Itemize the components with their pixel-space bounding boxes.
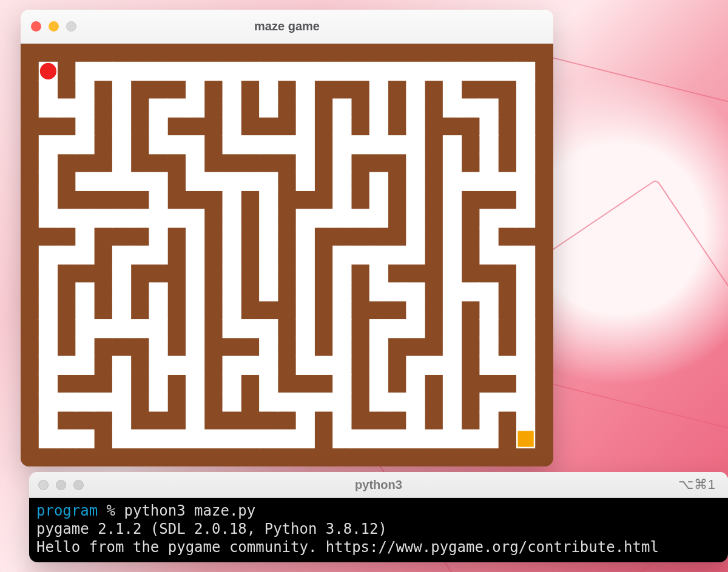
svg-rect-237: [479, 337, 498, 356]
svg-rect-34: [369, 80, 388, 99]
svg-rect-201: [149, 301, 167, 320]
svg-rect-151: [443, 227, 462, 246]
svg-rect-216: [186, 319, 204, 338]
svg-rect-14: [296, 62, 315, 81]
svg-rect-168: [443, 246, 462, 264]
svg-rect-183: [75, 282, 94, 301]
svg-rect-196: [479, 282, 498, 301]
svg-rect-157: [130, 246, 149, 264]
svg-rect-33: [296, 80, 315, 99]
svg-rect-274: [112, 392, 131, 411]
svg-rect-119: [369, 190, 388, 209]
svg-rect-83: [479, 135, 498, 154]
svg-rect-313: [332, 429, 351, 448]
svg-rect-41: [112, 98, 131, 117]
svg-rect-3: [94, 62, 113, 81]
svg-rect-290: [39, 411, 58, 430]
svg-rect-239: [39, 356, 58, 375]
svg-rect-123: [39, 209, 58, 227]
svg-rect-120: [406, 190, 425, 209]
svg-rect-169: [479, 246, 498, 264]
svg-rect-22: [443, 62, 462, 81]
svg-rect-161: [259, 246, 278, 264]
svg-rect-298: [516, 411, 535, 430]
svg-rect-221: [332, 319, 351, 338]
svg-rect-230: [149, 337, 167, 356]
terminal-shortcut-hint: ⌥⌘1: [678, 477, 716, 493]
svg-rect-304: [149, 429, 167, 448]
svg-rect-92: [479, 153, 498, 172]
svg-rect-260: [112, 374, 131, 393]
svg-rect-283: [369, 392, 388, 411]
svg-rect-217: [223, 319, 241, 338]
svg-rect-188: [259, 282, 278, 301]
svg-rect-182: [39, 282, 58, 301]
svg-rect-152: [479, 227, 498, 246]
svg-rect-271: [57, 392, 76, 411]
svg-rect-307: [204, 429, 223, 448]
svg-rect-227: [516, 319, 535, 338]
svg-rect-145: [149, 227, 167, 246]
terminal-window-title: python3: [29, 478, 728, 492]
svg-rect-47: [296, 98, 315, 117]
svg-rect-226: [479, 319, 498, 338]
svg-rect-314: [351, 429, 369, 448]
svg-rect-149: [296, 227, 315, 246]
svg-rect-97: [112, 172, 131, 191]
svg-rect-130: [167, 209, 186, 227]
svg-rect-219: [259, 319, 278, 338]
svg-rect-18: [369, 62, 388, 81]
maze-svg: [21, 44, 553, 466]
svg-rect-228: [39, 337, 58, 356]
svg-rect-192: [388, 282, 406, 301]
svg-rect-191: [369, 282, 388, 301]
svg-rect-244: [167, 356, 186, 375]
svg-rect-96: [94, 172, 113, 191]
svg-rect-52: [461, 98, 480, 117]
svg-rect-49: [369, 98, 388, 117]
svg-rect-118: [332, 190, 351, 209]
svg-rect-135: [314, 209, 333, 227]
svg-rect-265: [332, 374, 351, 393]
svg-rect-308: [223, 429, 241, 448]
svg-rect-31: [223, 80, 241, 99]
svg-rect-29: [112, 80, 131, 99]
svg-rect-233: [296, 337, 315, 356]
svg-rect-318: [425, 429, 443, 448]
svg-rect-58: [223, 117, 241, 136]
svg-rect-264: [259, 374, 278, 393]
svg-rect-63: [479, 117, 498, 136]
svg-rect-187: [223, 282, 241, 301]
svg-rect-315: [369, 429, 388, 448]
terminal-line: pygame 2.1.2 (SDL 2.0.18, Python 3.8.12): [36, 520, 387, 537]
svg-rect-156: [112, 246, 131, 264]
terminal-titlebar[interactable]: python3 ⌥⌘1: [29, 472, 728, 498]
svg-rect-32: [259, 80, 278, 99]
svg-rect-89: [332, 153, 351, 172]
svg-rect-243: [149, 356, 167, 375]
svg-rect-11: [241, 62, 260, 81]
maze-canvas[interactable]: [21, 44, 553, 466]
svg-rect-280: [296, 392, 315, 411]
svg-rect-288: [498, 392, 517, 411]
svg-rect-98: [130, 172, 149, 191]
svg-rect-232: [259, 337, 278, 356]
svg-rect-289: [516, 392, 535, 411]
svg-rect-100: [186, 172, 204, 191]
svg-rect-45: [223, 98, 241, 117]
svg-rect-206: [406, 301, 425, 320]
svg-rect-35: [406, 80, 425, 99]
svg-rect-189: [296, 282, 315, 301]
svg-rect-128: [130, 209, 149, 227]
svg-rect-30: [186, 80, 204, 99]
svg-rect-65: [39, 135, 58, 154]
svg-rect-224: [406, 319, 425, 338]
svg-rect-163: [332, 246, 351, 264]
terminal-output[interactable]: program % python3 maze.py pygame 2.1.2 (…: [29, 498, 728, 562]
game-titlebar[interactable]: maze game: [21, 10, 553, 44]
svg-rect-138: [369, 209, 388, 227]
game-window-title: maze game: [21, 19, 553, 33]
svg-rect-263: [223, 374, 241, 393]
svg-rect-231: [186, 337, 204, 356]
svg-rect-296: [443, 411, 462, 430]
